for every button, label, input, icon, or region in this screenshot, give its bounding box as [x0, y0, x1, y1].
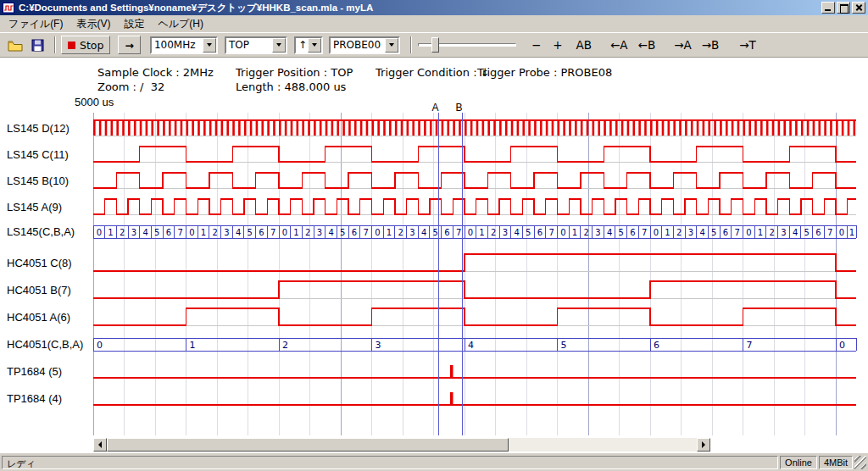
move-cursor-a-button[interactable]: →A	[670, 36, 695, 53]
tick-pulse	[256, 120, 259, 136]
bus-value: 3	[688, 228, 693, 237]
signal-pulse	[450, 365, 453, 378]
tick-pulse	[465, 120, 467, 136]
scrollbar-track[interactable]	[107, 438, 697, 452]
menu-help[interactable]: ヘルプ(H)	[151, 15, 210, 33]
bus-value: 1	[665, 228, 670, 237]
stop-button[interactable]: Stop	[61, 36, 110, 54]
horizontal-scrollbar[interactable]	[93, 438, 710, 452]
bus-value: 6	[537, 228, 542, 237]
scroll-right-button[interactable]	[697, 438, 710, 452]
tick-pulse	[291, 120, 293, 136]
scroll-left-button[interactable]	[93, 438, 107, 452]
bus-value: 0	[839, 228, 844, 237]
tick-pulse	[181, 120, 183, 136]
signal-pulse	[450, 392, 453, 405]
menu-view[interactable]: 表示(V)	[70, 15, 117, 33]
open-file-button[interactable]	[5, 36, 25, 54]
bus-value: 2	[213, 228, 218, 237]
bus-value: 2	[676, 228, 682, 237]
app-icon[interactable]	[3, 2, 15, 14]
dropdown-arrow-icon[interactable]	[272, 38, 286, 53]
tick-pulse	[377, 120, 380, 136]
tick-pulse	[552, 120, 554, 136]
tick-pulse	[534, 120, 537, 136]
tick-pulse	[743, 120, 746, 136]
channel-label: LS145 B(10)	[7, 175, 69, 187]
tick-pulse	[105, 120, 108, 136]
bus-value: 6	[352, 228, 357, 237]
bus-value: 0	[654, 228, 659, 237]
close-button[interactable]	[852, 2, 865, 14]
scrollbar-thumb[interactable]	[107, 438, 509, 452]
bus-value: 1	[293, 228, 298, 237]
titlebar[interactable]: C:¥Documents and Settings¥noname¥デスクトップ¥…	[0, 0, 868, 15]
cursor-ab-button[interactable]: AB	[573, 36, 596, 53]
slider-handle[interactable]	[431, 37, 439, 53]
bus-value: 7	[827, 228, 832, 237]
tick-pulse	[818, 120, 821, 136]
bus-value: 4	[607, 228, 612, 237]
trigger-position-select[interactable]: TOP	[225, 36, 287, 54]
tick-pulse	[813, 120, 815, 136]
tick-pulse	[337, 120, 339, 136]
tick-pulse	[442, 120, 444, 136]
tick-pulse	[673, 120, 676, 136]
bus-value: 0	[560, 228, 565, 237]
move-cursor-b-button[interactable]: →B	[698, 36, 723, 53]
channel-label: TP1684 (5)	[7, 365, 62, 378]
maximize-button[interactable]	[837, 2, 850, 14]
zoom-out-button[interactable]: −	[528, 36, 544, 53]
tick-pulse	[250, 120, 253, 136]
bus-value: 6	[723, 228, 728, 237]
tick-pulse	[163, 120, 165, 136]
bus-value: 2	[282, 340, 288, 351]
tick-pulse	[285, 120, 287, 136]
bus-value: 5	[526, 228, 531, 237]
sample-clock-select[interactable]: 100MHz	[150, 36, 218, 54]
tick-pulse	[726, 120, 728, 136]
channel-label: TP1684 (4)	[7, 392, 62, 405]
tick-pulse	[685, 120, 687, 136]
dropdown-arrow-icon[interactable]	[203, 38, 216, 53]
bus-value: 7	[642, 228, 647, 237]
memory-status-badge: 4MBit	[819, 456, 853, 469]
bus-value: 6	[654, 340, 659, 351]
tick-pulse	[215, 120, 218, 136]
tick-pulse	[424, 120, 426, 136]
save-file-button[interactable]	[27, 36, 47, 54]
goto-cursor-a-button[interactable]: ←A	[607, 36, 632, 53]
tick-pulse	[505, 120, 508, 136]
tick-pulse	[122, 120, 125, 136]
bus-value: 1	[758, 228, 763, 237]
tick-pulse	[99, 120, 102, 136]
bus-value: 4	[793, 228, 798, 237]
tick-pulse	[267, 120, 270, 136]
tick-pulse	[778, 120, 781, 136]
tick-pulse	[772, 120, 775, 136]
tick-pulse	[638, 120, 641, 136]
trigger-edge-select[interactable]: ↑	[294, 36, 323, 54]
run-button[interactable]: →	[118, 36, 140, 54]
menu-file[interactable]: ファイル(F)	[2, 15, 70, 33]
goto-trigger-button[interactable]: →T	[736, 36, 760, 53]
menu-settings[interactable]: 設定	[117, 15, 151, 33]
zoom-slider[interactable]	[418, 36, 516, 53]
dropdown-arrow-icon[interactable]	[385, 38, 398, 53]
bus-value: 6	[259, 228, 264, 237]
tick-pulse	[244, 120, 247, 136]
zoom-in-button[interactable]: +	[549, 36, 565, 53]
goto-cursor-b-button[interactable]: ←B	[635, 36, 659, 53]
minimize-button[interactable]	[821, 2, 835, 14]
tick-pulse	[459, 120, 461, 136]
bus-value: 1	[108, 228, 113, 237]
tick-pulse	[487, 120, 490, 136]
tick-pulse	[656, 120, 659, 136]
resize-grip-icon[interactable]	[854, 456, 866, 469]
tick-pulse	[203, 120, 206, 136]
trigger-probe-select[interactable]: PROBE00	[329, 36, 400, 54]
bus-value: 0	[375, 228, 380, 237]
bus-value: 6	[444, 228, 449, 237]
dropdown-arrow-icon[interactable]	[308, 38, 321, 53]
channel-label: LS145 C(11)	[7, 148, 69, 161]
